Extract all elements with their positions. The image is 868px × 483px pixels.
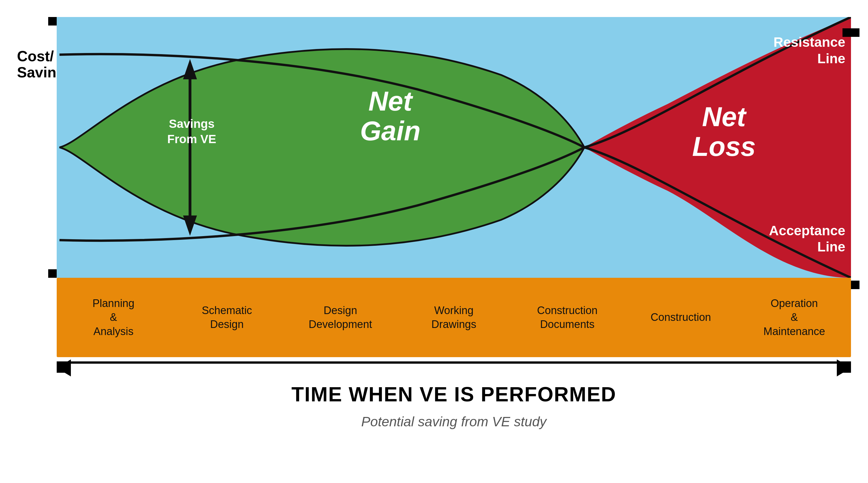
phase-design-dev: Design Development	[284, 303, 397, 332]
resistance-line-label: Resistance Line	[774, 34, 845, 67]
phase-operation-maintenance: Operation & Maintenance	[738, 296, 851, 339]
x-axis-label: TIME WHEN VE IS PERFORMED	[57, 383, 851, 406]
phase-working-drawings: Working Drawings	[397, 303, 510, 332]
chart-area: Resistance Line Acceptance Line Net Gain…	[57, 17, 851, 278]
bottom-note: Potential saving from VE study	[57, 414, 851, 429]
acceptance-line-label: Acceptance Line	[769, 223, 845, 255]
phase-construction-docs: Construction Documents	[510, 303, 624, 332]
y-axis-label: Cost/ Savings	[17, 48, 51, 80]
x-axis-line	[57, 361, 851, 364]
savings-from-ve-label: Savings From VE	[167, 116, 216, 147]
net-loss-label: Net Loss	[692, 102, 756, 162]
net-gain-label: Net Gain	[360, 86, 421, 146]
arrow-left	[57, 359, 71, 377]
phase-schematic: Schematic Design	[170, 303, 283, 332]
phase-construction: Construction	[624, 310, 737, 324]
phase-bar: Planning & Analysis Schematic Design Des…	[57, 278, 851, 357]
phase-labels-container: Planning & Analysis Schematic Design Des…	[57, 278, 851, 357]
arrow-right	[837, 359, 851, 377]
phase-planning: Planning & Analysis	[57, 296, 170, 339]
axis-tick-top-right	[842, 28, 860, 37]
